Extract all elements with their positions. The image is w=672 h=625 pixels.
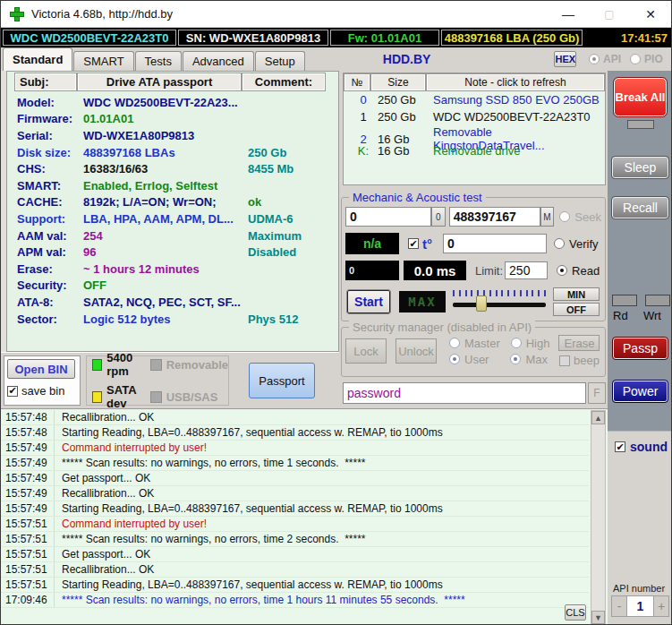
drive-info-bar: WDC WD2500BEVT-22A23T0 SN: WD-WXE1A80P98… — [1, 28, 671, 47]
window-title: Victoria 4.68b, http://hdd.by — [31, 7, 173, 21]
open-bin-button[interactable]: Open BIN — [7, 359, 75, 379]
log-panel: 15:57:48Recallibration... OK 15:57:48Sta… — [1, 408, 608, 625]
log-row: 15:57:51Starting Reading, LBA=0..4883971… — [1, 578, 589, 593]
speed-slider[interactable] — [453, 288, 546, 315]
info-lba: 488397168 LBA (250 Gb) — [441, 30, 583, 46]
scroll-down-arrow[interactable]: ▼ — [591, 611, 605, 624]
save-bin-checkbox[interactable]: ✔ save bin — [7, 384, 77, 398]
passport-button[interactable]: Passport — [249, 363, 315, 398]
sound-checkbox-box[interactable]: ✔ — [615, 441, 625, 452]
limit-input[interactable]: 250 — [505, 261, 548, 279]
recall-button[interactable]: Recall — [612, 197, 668, 218]
pio-radio — [630, 54, 641, 64]
hex-button[interactable]: HEX — [554, 51, 576, 67]
passport-header-subj: Subj: — [15, 73, 76, 90]
tab-standard[interactable]: Standard — [3, 47, 72, 71]
read-radio[interactable]: Read — [557, 264, 600, 278]
max-lba-button[interactable]: M — [540, 207, 555, 227]
slider-track[interactable] — [453, 303, 546, 307]
passport-row: SMART:Enabled, Errlog, Selftest — [17, 177, 336, 194]
drives-header-note[interactable]: Note - click to refresh — [427, 74, 604, 90]
passport-row: Security:OFF — [17, 278, 336, 295]
ata-passport-panel: Subj: Drive ATA passport Comment: Model:… — [7, 71, 339, 352]
minimize-button[interactable]: — — [548, 1, 589, 28]
tab-bar: Standard SMART Tests Advanced Setup HDD.… — [1, 47, 671, 71]
log-row: 15:57:49Command interrupted by user! — [1, 441, 589, 456]
error-count-lcd: 0 — [345, 261, 399, 280]
sleep-button[interactable]: Sleep — [612, 157, 668, 178]
verify-value-input[interactable]: 0 — [443, 234, 547, 253]
drives-header-num[interactable]: № — [345, 74, 370, 90]
passport-row: Firmware:01.01A01 — [17, 111, 336, 128]
log-row: 15:57:51Get passport... OK — [1, 547, 589, 562]
start-button[interactable]: Start — [347, 290, 390, 313]
high-radio: High — [511, 337, 550, 350]
api-radio-label: API — [603, 53, 621, 65]
log-row: 15:57:51Recallibration... OK — [1, 562, 589, 578]
f-button: F — [588, 382, 606, 404]
power-button[interactable]: Power — [613, 381, 668, 402]
min-button[interactable]: MIN — [553, 287, 600, 301]
temperature-label: t° — [422, 236, 432, 252]
write-indicator — [645, 295, 670, 306]
sata-color-swatch — [92, 391, 102, 403]
end-lba-input[interactable]: 488397167 — [449, 207, 540, 227]
hddby-link[interactable]: HDD.BY — [383, 52, 431, 66]
log-row: 15:57:49Recallibration... OK — [1, 486, 589, 501]
read-indicator — [612, 295, 637, 306]
bin-box: Open BIN ✔ save bin — [4, 355, 81, 406]
read-indicator-label: Rd — [613, 309, 628, 322]
passport-header-title: Drive ATA passport — [78, 73, 241, 90]
api-number-plus-button[interactable]: + — [653, 595, 669, 617]
scroll-up-arrow[interactable]: ▲ — [591, 411, 605, 424]
passport-row: CHS:16383/16/638455 Mb — [17, 160, 336, 177]
break-all-button[interactable]: Break All — [614, 78, 667, 116]
drive-row[interactable]: 1250 GbWDC WD2500BEVT-22A23T0 — [344, 108, 605, 125]
passport-row: Erase:~ 1 hours 12 minutes — [17, 261, 336, 278]
drive-row[interactable]: K:16 GbRemovable drive — [344, 142, 605, 159]
unlock-button: Unlock — [396, 338, 437, 364]
log-row: 15:57:49***** Scan results: no warnings,… — [1, 456, 589, 471]
user-radio: User — [449, 353, 489, 366]
beep-checkbox: beep — [559, 354, 600, 367]
password-input[interactable]: password — [343, 382, 586, 404]
title-bar: Victoria 4.68b, http://hdd.by — ▢ ✕ — [1, 1, 671, 28]
tab-setup[interactable]: Setup — [255, 51, 305, 71]
removable-color-swatch — [150, 359, 162, 371]
passport-row: ATA-8:SATA2, NCQ, PEC, SCT, SF... — [17, 294, 336, 311]
victoria-window: Victoria 4.68b, http://hdd.by — ▢ ✕ WDC … — [0, 0, 672, 625]
passport-row: CACHE:8192k; L/A=ON; Wr=ON;ok — [17, 194, 336, 211]
log-row: 15:57:51***** Scan results: no warnings,… — [1, 532, 589, 547]
passport-row: APM val:96Disabled — [17, 244, 336, 261]
zero-lba-button[interactable]: 0 — [431, 207, 446, 227]
tab-smart[interactable]: SMART — [73, 51, 133, 71]
off-button[interactable]: OFF — [553, 303, 600, 316]
usb-color-swatch — [150, 391, 162, 403]
passport-row: AAM val:254Maximum — [17, 227, 336, 244]
start-lba-input[interactable]: 0 — [345, 207, 431, 227]
sound-checkbox[interactable]: ✔ sound — [615, 440, 668, 454]
drive-list: № Size Note - click to refresh 0250 GbSa… — [343, 73, 606, 185]
passp-button[interactable]: Passp — [613, 338, 668, 359]
drive-row[interactable]: 0250 GbSamsung SSD 850 EVO 250GB — [344, 91, 605, 108]
lock-button: Lock — [345, 338, 387, 364]
legend-usb: USB/SAS — [150, 383, 228, 410]
drives-header-size[interactable]: Size — [371, 74, 425, 90]
clear-log-button[interactable]: CLS — [565, 604, 586, 621]
seek-radio: Seek — [559, 210, 601, 224]
log-scrollbar[interactable]: ▲ ▼ — [591, 410, 606, 625]
close-button[interactable]: ✕ — [630, 1, 671, 28]
temperature-checkbox[interactable]: ✔ — [408, 238, 419, 249]
log-row: 15:57:48Recallibration... OK — [1, 410, 589, 425]
log-row: 15:57:51Command interrupted by user! — [1, 517, 589, 532]
temperature-lcd: n/a — [345, 233, 399, 254]
tab-tests[interactable]: Tests — [135, 51, 182, 71]
log-row: 15:57:49Get passport... OK — [1, 471, 589, 486]
legend-rpm: 5400 rpm — [92, 351, 150, 378]
drive-row[interactable]: 216 GbRemovable KingstonDataTravel... — [344, 125, 605, 142]
api-number-minus-button[interactable]: - — [611, 595, 627, 617]
verify-radio[interactable]: Verify — [554, 237, 599, 251]
save-bin-checkbox-box[interactable]: ✔ — [7, 386, 18, 397]
slider-thumb[interactable] — [476, 295, 487, 312]
tab-advanced[interactable]: Advanced — [183, 51, 254, 71]
